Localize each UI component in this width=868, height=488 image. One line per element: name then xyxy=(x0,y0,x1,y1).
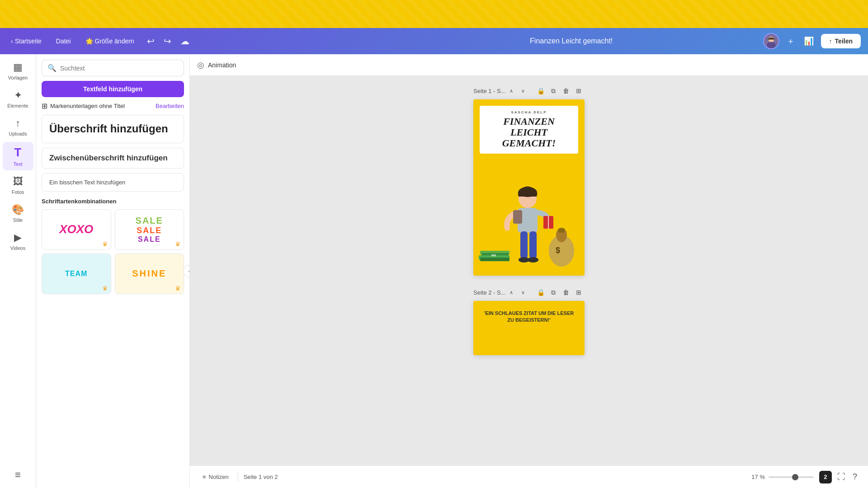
header-right: ＋ 📊 ↑ Teilen xyxy=(763,33,861,49)
page2-delete-icon[interactable]: 🗑 xyxy=(560,286,572,298)
page2-caret-up[interactable]: ∧ xyxy=(506,287,517,298)
zoom-area: 17 % xyxy=(751,474,814,480)
sale-line1: SALE xyxy=(136,216,163,226)
share-button[interactable]: ↑ Teilen xyxy=(821,34,861,48)
page1-background: SASCHA DELP FINANZEN LEICHT GEMACHT! xyxy=(473,99,585,276)
font-combo-sale[interactable]: SALE SALE SALE ♛ xyxy=(115,209,184,250)
more-icon: ≡ xyxy=(15,469,21,481)
team-text: TEAM xyxy=(65,270,87,278)
resize-star-icon: 🌟 xyxy=(85,38,93,45)
undo-button[interactable]: ↩ xyxy=(145,34,156,48)
page2-toolbar: Seite 2 - S... ∧ ∨ 🔒 ⧉ 🗑 ⊞ xyxy=(473,286,585,298)
page1-add-icon[interactable]: ⊞ xyxy=(573,85,585,97)
undo-redo-tools: ↩ ↪ ☁ xyxy=(145,34,191,48)
avatar-image xyxy=(764,33,778,49)
file-label: Datei xyxy=(56,38,71,45)
add-user-button[interactable]: ＋ xyxy=(785,34,797,48)
hide-panel-button[interactable]: ‹ xyxy=(183,265,190,277)
text-label: Text xyxy=(13,161,22,167)
svg-text:$$$: $$$ xyxy=(491,254,496,257)
page2-carets: ∧ ∨ xyxy=(506,287,528,298)
page2-copy-icon[interactable]: ⧉ xyxy=(547,286,559,298)
sidebar-item-vorlagen[interactable]: ▦ Vorlagen xyxy=(3,58,33,84)
page1-delete-icon[interactable]: 🗑 xyxy=(560,85,572,97)
page1-section: Seite 1 - S... ∧ ∨ 🔒 ⧉ 🗑 ⊞ xyxy=(473,85,585,276)
add-textfield-label: Textfeld hinzufügen xyxy=(83,85,142,93)
animation-label: Animation xyxy=(208,61,236,69)
page2-canvas-card[interactable]: 'EIN SCHLAUES ZITAT UM DIE LESER ZU BEGE… xyxy=(473,301,585,355)
animation-bar: ◎ Animation xyxy=(190,54,868,76)
font-combo-xoxo[interactable]: XOXO ♛ xyxy=(42,209,111,250)
font-combo-row-1: XOXO ♛ SALE SALE SALE ♛ xyxy=(42,209,184,250)
analytics-button[interactable]: 📊 xyxy=(802,34,816,48)
top-bar-pattern xyxy=(0,0,868,28)
fullscreen-button[interactable]: ⛶ xyxy=(835,470,847,483)
sidebar-item-more[interactable]: ≡ xyxy=(3,465,33,484)
sidebar-item-fotos[interactable]: 🖼 Fotos xyxy=(3,172,33,198)
home-label: Startseite xyxy=(15,38,42,45)
page1-copy-icon[interactable]: ⧉ xyxy=(547,85,559,97)
sale-line2: SALE xyxy=(137,226,162,235)
elemente-label: Elemente xyxy=(7,103,28,108)
videos-label: Videos xyxy=(10,245,25,251)
back-home-button[interactable]: ‹ Startseite xyxy=(7,36,45,47)
add-textfield-button[interactable]: Textfeld hinzufügen xyxy=(42,81,184,97)
page2-add-icon[interactable]: ⊞ xyxy=(573,286,585,298)
user-avatar[interactable] xyxy=(763,33,779,49)
sidebar-item-stile[interactable]: 🎨 Stile xyxy=(3,200,33,226)
page-counter: Seite 1 von 2 xyxy=(244,474,278,480)
page1-title: FINANZEN LEICHT GEMACHT! xyxy=(485,116,573,149)
bottom-right-icons: 2 ⛶ ? xyxy=(819,470,859,483)
page1-author: SASCHA DELP xyxy=(485,110,573,114)
subheading-option[interactable]: Zwischenüberschrift hinzufügen xyxy=(42,148,184,169)
page2-caret-down[interactable]: ∨ xyxy=(518,287,528,298)
page2-background: 'EIN SCHLAUES ZITAT UM DIE LESER ZU BEGE… xyxy=(473,301,585,355)
page1-caret-up[interactable]: ∧ xyxy=(506,85,517,96)
sidebar: ▦ Vorlagen ✦ Elemente ↑ Uploads T Text 🖼… xyxy=(0,54,36,488)
header-toolbar: ‹ Startseite Datei 🌟 Größe ändern ↩ ↪ ☁ … xyxy=(0,28,868,54)
zoom-slider[interactable] xyxy=(769,476,814,478)
heading-option[interactable]: Überschrift hinzufügen xyxy=(42,115,184,143)
brand-kit-row: ⊞ Markenunterlagen ohne Titel Bearbeiten xyxy=(42,102,184,110)
font-combo-shine[interactable]: SHINE ♛ xyxy=(115,253,184,294)
page-number-badge[interactable]: 2 xyxy=(819,471,832,483)
svg-rect-11 xyxy=(558,228,565,233)
crown-badge-4: ♛ xyxy=(175,285,181,292)
save-cloud-button[interactable]: ☁ xyxy=(179,34,191,48)
font-combos-container: XOXO ♛ SALE SALE SALE ♛ TEAM ♛ xyxy=(42,209,184,294)
sidebar-item-videos[interactable]: ▶ Videos xyxy=(3,228,33,254)
canvas-area: ◎ Animation Seite 1 - S... ∧ ∨ 🔒 ⧉ 🗑 xyxy=(190,54,868,488)
vorlagen-label: Vorlagen xyxy=(8,75,28,80)
page1-caret-down[interactable]: ∨ xyxy=(518,85,528,96)
canvas-scroll[interactable]: Seite 1 - S... ∧ ∨ 🔒 ⧉ 🗑 ⊞ xyxy=(190,76,868,465)
elemente-icon: ✦ xyxy=(14,89,22,101)
notes-icon: ≡ xyxy=(203,474,206,480)
search-icon: 🔍 xyxy=(47,64,57,72)
sidebar-item-uploads[interactable]: ↑ Uploads xyxy=(3,114,33,140)
page1-lock-icon[interactable]: 🔒 xyxy=(535,85,547,97)
help-button[interactable]: ? xyxy=(851,470,859,483)
sidebar-item-elemente[interactable]: ✦ Elemente xyxy=(3,86,33,112)
bottom-divider xyxy=(238,473,238,482)
svg-rect-18 xyxy=(520,231,528,258)
page2-lock-icon[interactable]: 🔒 xyxy=(535,286,547,298)
page1-canvas-card[interactable]: SASCHA DELP FINANZEN LEICHT GEMACHT! xyxy=(473,99,585,276)
share-label: Teilen xyxy=(835,38,853,45)
svg-rect-7 xyxy=(480,258,509,261)
uploads-label: Uploads xyxy=(9,131,27,136)
animation-icon: ◎ xyxy=(197,60,204,70)
crown-badge-1: ♛ xyxy=(102,240,108,248)
bearbeiten-link[interactable]: Bearbeiten xyxy=(156,103,184,109)
search-box[interactable]: 🔍 xyxy=(42,60,184,76)
body-text-option[interactable]: Ein bisschen Text hinzufügen xyxy=(42,173,184,192)
resize-button[interactable]: 🌟 Größe ändern xyxy=(82,36,138,47)
search-input[interactable] xyxy=(60,65,178,72)
sidebar-item-text[interactable]: T Text xyxy=(3,142,33,170)
fotos-icon: 🖼 xyxy=(13,176,23,188)
page1-illustration: $$$ $ xyxy=(473,163,585,276)
redo-button[interactable]: ↪ xyxy=(162,34,173,48)
file-menu-button[interactable]: Datei xyxy=(52,36,75,47)
font-combo-team[interactable]: TEAM ♛ xyxy=(42,253,111,294)
notes-button[interactable]: ≡ Notizen xyxy=(199,472,232,482)
top-decorative-bar xyxy=(0,0,868,28)
